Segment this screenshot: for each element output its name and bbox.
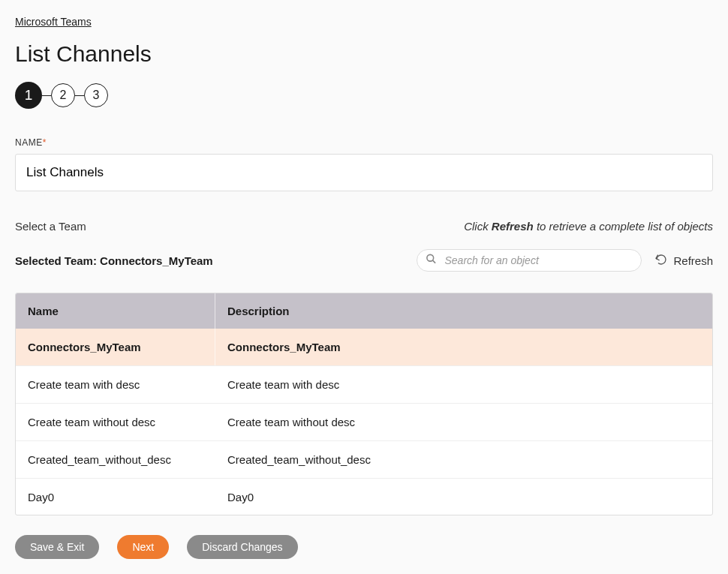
table-row[interactable]: Created_team_without_descCreated_team_wi…: [16, 440, 712, 478]
step-2[interactable]: 2: [51, 83, 75, 107]
teams-table: Name Description Connectors_MyTeamConnec…: [15, 293, 713, 515]
refresh-hint: Click Refresh to retrieve a complete lis…: [464, 220, 713, 233]
required-indicator: *: [43, 137, 47, 148]
table-row[interactable]: Create team without descCreate team with…: [16, 403, 712, 440]
search-icon: [426, 254, 437, 268]
save-exit-button[interactable]: Save & Exit: [15, 535, 99, 559]
search-wrap: [417, 249, 642, 272]
step-connector: [75, 95, 84, 96]
header-description[interactable]: Description: [215, 293, 712, 329]
table-row[interactable]: Connectors_MyTeamConnectors_MyTeam: [16, 329, 712, 365]
cell-name: Created_team_without_desc: [16, 441, 215, 478]
search-input[interactable]: [417, 249, 642, 272]
cell-name: Connectors_MyTeam: [16, 329, 215, 365]
cell-name: Create team without desc: [16, 404, 215, 440]
selected-team: Selected Team: Connectors_MyTeam: [15, 254, 213, 267]
table-body[interactable]: Connectors_MyTeamConnectors_MyTeamCreate…: [16, 329, 712, 515]
table-row[interactable]: Day0Day0: [16, 478, 712, 515]
name-input[interactable]: [15, 154, 713, 191]
next-button[interactable]: Next: [117, 535, 169, 559]
table-row[interactable]: Create team with descCreate team with de…: [16, 365, 712, 403]
header-name[interactable]: Name: [16, 293, 215, 329]
cell-description: Created_team_without_desc: [215, 441, 712, 478]
actions: Save & Exit Next Discard Changes: [15, 535, 298, 559]
page-title: List Channels: [15, 41, 713, 67]
cell-description: Connectors_MyTeam: [215, 329, 712, 365]
step-1[interactable]: 1: [15, 82, 42, 109]
cell-description: Create team without desc: [215, 404, 712, 440]
name-label: NAME*: [15, 137, 713, 148]
step-3[interactable]: 3: [84, 83, 108, 107]
refresh-icon: [655, 254, 667, 268]
breadcrumb[interactable]: Microsoft Teams: [15, 16, 92, 28]
svg-point-0: [427, 254, 434, 261]
svg-line-1: [433, 260, 436, 263]
cell-description: Create team with desc: [215, 366, 712, 403]
refresh-button[interactable]: Refresh: [655, 254, 713, 268]
refresh-button-label: Refresh: [673, 254, 713, 267]
step-connector: [42, 95, 51, 96]
cell-name: Create team with desc: [16, 366, 215, 403]
discard-button[interactable]: Discard Changes: [187, 535, 297, 559]
select-team-label: Select a Team: [15, 220, 86, 233]
stepper: 1 2 3: [15, 82, 713, 109]
cell-name: Day0: [16, 479, 215, 515]
cell-description: Day0: [215, 479, 712, 515]
table-header: Name Description: [16, 293, 712, 329]
